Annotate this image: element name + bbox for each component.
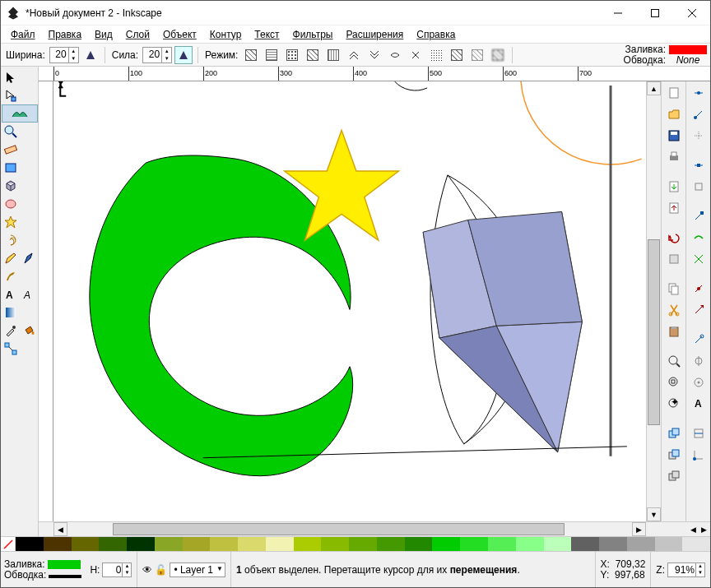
save-button[interactable] [664, 126, 684, 146]
no-color-swatch[interactable] [1, 537, 16, 551]
force-input[interactable]: 20▲▼ [142, 47, 172, 63]
export-button[interactable] [664, 198, 684, 218]
mode-13[interactable] [489, 46, 507, 64]
palette-swatch[interactable] [627, 537, 655, 551]
snap-1[interactable] [689, 83, 709, 103]
palette-left-arrow[interactable]: ◀ [690, 525, 696, 534]
color-palette[interactable] [1, 536, 710, 551]
layer-lock-icon[interactable]: 🔓 [155, 564, 167, 576]
mode-4[interactable] [304, 46, 322, 64]
palette-swatch[interactable] [266, 537, 294, 551]
fill-swatch[interactable] [669, 45, 707, 54]
copy-button[interactable] [664, 279, 684, 299]
palette-swatch[interactable] [432, 537, 460, 551]
text-baseline-snap[interactable]: A [689, 394, 709, 414]
palette-swatch[interactable] [516, 537, 544, 551]
status-stroke-swatch[interactable] [49, 575, 81, 578]
mode-6[interactable] [345, 46, 363, 64]
minimize-button[interactable] [599, 1, 636, 25]
palette-swatch[interactable] [321, 537, 349, 551]
gradient-tool[interactable] [2, 303, 20, 322]
snap-11[interactable] [689, 330, 709, 350]
mode-5[interactable] [324, 46, 342, 64]
pressure-width-toggle[interactable] [81, 46, 100, 64]
maximize-button[interactable] [636, 1, 673, 25]
print-button[interactable] [664, 147, 684, 167]
palette-swatch[interactable] [210, 537, 238, 551]
menu-object[interactable]: Объект [158, 27, 202, 42]
mode-7[interactable] [365, 46, 383, 64]
undo-button[interactable] [664, 228, 684, 248]
palette-swatch[interactable] [599, 537, 627, 551]
dropper-tool[interactable] [2, 322, 20, 340]
zoom-drawing-button[interactable]: ✦ [664, 394, 684, 414]
palette-swatch[interactable] [238, 537, 266, 551]
zoom-fit-button[interactable] [664, 351, 684, 371]
palette-swatch[interactable] [99, 537, 127, 551]
snap-2[interactable] [689, 104, 709, 124]
stroke-value[interactable]: None [669, 55, 707, 66]
scrollbar-vertical[interactable]: ▲ ▼ [646, 81, 661, 521]
palette-swatch[interactable] [377, 537, 405, 551]
palette-swatch[interactable] [405, 537, 433, 551]
palette-swatch[interactable] [460, 537, 488, 551]
palette-right-arrow[interactable]: ▶ [701, 525, 707, 534]
palette-swatch[interactable] [488, 537, 516, 551]
status-fill-swatch[interactable] [48, 560, 81, 569]
palette-swatch[interactable] [127, 537, 155, 551]
mode-2[interactable] [263, 46, 281, 64]
snap-15[interactable] [689, 445, 709, 465]
mode-3[interactable] [283, 46, 301, 64]
menu-layer[interactable]: Слой [121, 27, 155, 42]
menu-extensions[interactable]: Расширения [341, 27, 408, 42]
snap-8[interactable] [689, 249, 709, 269]
zoom-input[interactable]: 91%▲▼ [667, 563, 705, 577]
menu-filters[interactable]: Фильтры [288, 27, 338, 42]
unlink-clone-button[interactable] [664, 466, 684, 486]
palette-swatch[interactable] [294, 537, 322, 551]
menu-text[interactable]: Текст [249, 27, 284, 42]
connector-tool[interactable] [2, 340, 20, 358]
menu-path[interactable]: Контур [205, 27, 246, 42]
opacity-input[interactable]: 0▲▼ [102, 563, 132, 577]
zoom-tool[interactable] [2, 123, 20, 141]
text-tool-2[interactable]: A [20, 285, 38, 303]
menu-file[interactable]: Файл [6, 27, 40, 42]
duplicate-button[interactable] [664, 424, 684, 443]
redo-button[interactable] [664, 249, 684, 269]
mode-10[interactable] [427, 46, 445, 64]
new-doc-button[interactable] [664, 83, 684, 103]
mode-8[interactable] [386, 46, 404, 64]
text-tool[interactable]: A [2, 285, 20, 303]
palette-swatch[interactable] [72, 537, 100, 551]
calligraphy-tool[interactable] [2, 267, 20, 285]
menu-view[interactable]: Вид [90, 27, 118, 42]
palette-swatch[interactable] [183, 537, 211, 551]
snap-7[interactable] [689, 228, 709, 248]
mode-12[interactable] [468, 46, 486, 64]
scrollbar-horizontal[interactable]: ◀ ▶ [53, 521, 646, 536]
palette-swatch[interactable] [155, 537, 183, 551]
mode-11[interactable] [448, 46, 466, 64]
palette-swatch[interactable] [571, 537, 599, 551]
ellipse-tool[interactable] [2, 195, 20, 213]
snap-3[interactable] [689, 126, 709, 146]
snap-10[interactable] [689, 300, 709, 320]
open-button[interactable] [664, 104, 684, 124]
menu-edit[interactable]: Правка [44, 27, 87, 42]
palette-swatch[interactable] [682, 537, 710, 551]
measure-tool[interactable] [2, 141, 20, 159]
clone-button[interactable] [664, 445, 684, 465]
width-input[interactable]: 20▲▼ [49, 47, 79, 63]
spiral-tool[interactable] [2, 231, 20, 249]
palette-swatch[interactable] [16, 537, 44, 551]
import-button[interactable] [664, 177, 684, 197]
palette-swatch[interactable] [544, 537, 572, 551]
close-button[interactable] [673, 1, 710, 25]
snap-9[interactable] [689, 279, 709, 299]
canvas[interactable] [53, 81, 646, 521]
snap-13[interactable] [689, 373, 709, 392]
rect-tool[interactable] [2, 159, 20, 177]
mode-9[interactable] [407, 46, 425, 64]
menu-help[interactable]: Справка [411, 27, 460, 42]
